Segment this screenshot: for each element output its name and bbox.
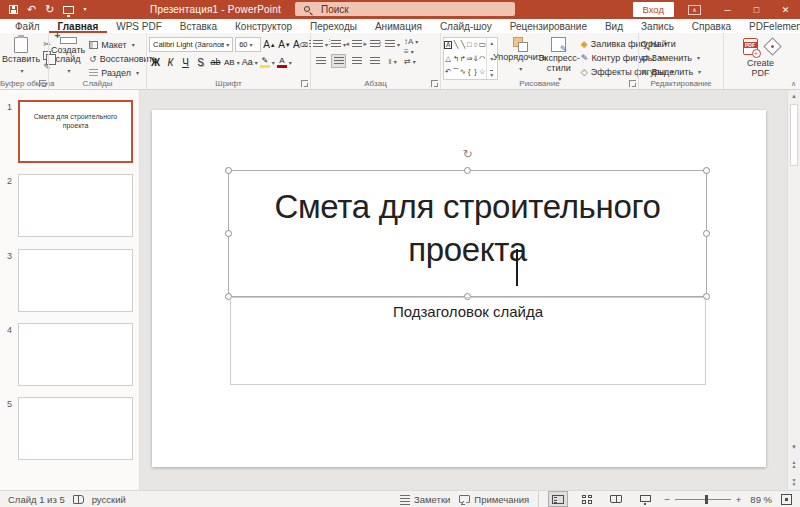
previous-slide-icon[interactable]: ▲▲ bbox=[788, 460, 800, 468]
align-text-button[interactable]: ≡ bbox=[404, 47, 418, 56]
convert-smartart-button[interactable]: ⇄ bbox=[404, 57, 418, 66]
shape-elbow-connector[interactable]: ↰ bbox=[452, 52, 460, 66]
text-shadow-button[interactable]: S bbox=[194, 55, 207, 69]
change-case-button[interactable]: Аа bbox=[242, 55, 258, 69]
vertical-scrollbar[interactable]: ▲ ▼ ▲▲ ▼▼ bbox=[787, 90, 800, 490]
shape-star[interactable]: ☆ bbox=[479, 65, 486, 79]
zoom-slider-thumb[interactable] bbox=[705, 495, 708, 504]
tab-pdfelement[interactable]: PDFelement bbox=[740, 19, 800, 33]
zoom-slider[interactable] bbox=[675, 499, 731, 500]
slide-title-text[interactable]: Смета для строительного проекта bbox=[229, 171, 706, 271]
slide-thumbnail-5[interactable] bbox=[18, 397, 133, 460]
slide-thumbnail-1[interactable]: Смета для строительного проекта bbox=[18, 100, 133, 163]
slideshow-view-button[interactable] bbox=[635, 491, 655, 507]
tab-insert[interactable]: Вставка bbox=[171, 19, 226, 33]
character-spacing-button[interactable]: АВ bbox=[224, 55, 240, 69]
clear-formatting-button[interactable]: А⌫ bbox=[293, 38, 308, 52]
slide-subtitle-text[interactable]: Подзаголовок слайда bbox=[231, 298, 705, 320]
underline-button[interactable]: Ч bbox=[179, 55, 192, 69]
bold-button[interactable]: Ж bbox=[149, 55, 162, 69]
tab-review[interactable]: Рецензирование bbox=[501, 19, 596, 33]
redo-icon[interactable]: ↻ bbox=[45, 4, 54, 15]
search-input[interactable]: Поиск bbox=[295, 2, 515, 16]
zoom-level[interactable]: 89 % bbox=[750, 494, 772, 505]
notes-button[interactable]: Заметки bbox=[400, 494, 450, 505]
shapes-more-icon[interactable]: ▾ bbox=[490, 70, 493, 78]
font-dialog-launcher[interactable] bbox=[301, 80, 308, 87]
normal-view-button[interactable] bbox=[548, 491, 568, 507]
align-right-button[interactable] bbox=[349, 54, 364, 68]
ribbon-display-options-icon[interactable]: ∧ bbox=[688, 5, 701, 15]
tab-transitions[interactable]: Переходы bbox=[301, 19, 366, 33]
resize-handle-w[interactable] bbox=[225, 230, 232, 237]
spellcheck-icon[interactable] bbox=[73, 495, 84, 504]
shape-textbox[interactable]: A bbox=[444, 38, 452, 52]
slide-editing-surface[interactable]: ↻ Смета для строительного проекта Подзаг… bbox=[152, 110, 766, 467]
font-family-combobox[interactable]: Calibri Light (Заголовки) bbox=[149, 37, 233, 52]
next-slide-icon[interactable]: ▼▼ bbox=[788, 478, 800, 486]
shape-rounded-rectangle[interactable]: ▭ bbox=[479, 38, 486, 52]
shapes-scroll-up-icon[interactable]: ▴ bbox=[490, 39, 493, 46]
arrange-button[interactable]: Упорядочить bbox=[503, 37, 537, 74]
resize-handle-nw[interactable] bbox=[225, 167, 232, 174]
line-spacing-button[interactable] bbox=[385, 37, 400, 51]
grow-font-button[interactable]: А▲ bbox=[263, 38, 276, 52]
strikethrough-button[interactable]: ab bbox=[209, 55, 222, 69]
scroll-down-icon[interactable]: ▼ bbox=[788, 444, 800, 450]
highlight-color-button[interactable]: ✎ bbox=[260, 55, 275, 69]
comments-button[interactable]: Примечания bbox=[459, 494, 529, 505]
shape-arc[interactable]: ◠ bbox=[479, 52, 486, 66]
tab-record[interactable]: Запись bbox=[632, 19, 683, 33]
zoom-out-button[interactable]: − bbox=[664, 494, 670, 505]
italic-button[interactable]: К bbox=[164, 55, 177, 69]
fit-slide-to-window-icon[interactable] bbox=[781, 494, 792, 505]
scroll-up-icon[interactable]: ▲ bbox=[788, 93, 800, 99]
rotation-handle-icon[interactable]: ↻ bbox=[462, 148, 472, 160]
language-indicator[interactable]: русский bbox=[92, 494, 126, 505]
pdf-sign-icon[interactable] bbox=[763, 37, 781, 55]
quick-styles-button[interactable]: Экспресс-стили bbox=[542, 37, 576, 85]
font-size-combobox[interactable]: 60 bbox=[235, 37, 261, 52]
scrollbar-thumb[interactable] bbox=[790, 104, 798, 166]
undo-icon[interactable]: ↶ bbox=[27, 4, 36, 15]
resize-handle-e[interactable] bbox=[703, 230, 710, 237]
tab-file[interactable]: Файл bbox=[6, 19, 49, 33]
clipboard-dialog-launcher[interactable] bbox=[39, 80, 46, 87]
close-button[interactable]: ✕ bbox=[771, 0, 800, 19]
replace-button[interactable]: ⇄Заменить bbox=[641, 52, 721, 64]
tab-slideshow[interactable]: Слайд-шоу bbox=[431, 19, 501, 33]
slide-sorter-view-button[interactable] bbox=[577, 491, 597, 507]
drawing-dialog-launcher[interactable] bbox=[629, 80, 636, 87]
save-icon[interactable] bbox=[9, 5, 18, 14]
tab-design[interactable]: Конструктор bbox=[226, 19, 301, 33]
slide-thumbnail-4[interactable] bbox=[18, 323, 133, 386]
paste-button[interactable]: Вставить bbox=[2, 37, 40, 76]
minimize-button[interactable]: ─ bbox=[713, 0, 742, 19]
align-center-button[interactable] bbox=[331, 54, 346, 68]
decrease-indent-button[interactable] bbox=[349, 37, 364, 51]
resize-handle-ne[interactable] bbox=[703, 167, 710, 174]
zoom-in-button[interactable]: + bbox=[736, 494, 742, 505]
new-slide-button[interactable]: Создать слайд bbox=[51, 37, 85, 76]
slide-thumbnail-3[interactable] bbox=[18, 249, 133, 312]
justify-button[interactable] bbox=[367, 54, 382, 68]
shape-curve[interactable]: ⌒ bbox=[452, 65, 460, 79]
paragraph-dialog-launcher[interactable] bbox=[431, 80, 438, 87]
customize-qat-icon[interactable]: ▾ bbox=[83, 4, 86, 15]
tab-view[interactable]: Вид bbox=[596, 19, 632, 33]
reading-view-button[interactable] bbox=[606, 491, 626, 507]
shape-line[interactable]: ╲ bbox=[452, 38, 460, 52]
start-slideshow-icon[interactable] bbox=[63, 6, 74, 14]
shape-triangle[interactable]: △ bbox=[444, 52, 452, 66]
tab-wps-pdf[interactable]: WPS PDF bbox=[107, 19, 171, 33]
slide-thumbnail-2[interactable] bbox=[18, 174, 133, 237]
select-button[interactable]: ⇖Выделить bbox=[641, 66, 721, 78]
tab-animations[interactable]: Анимация bbox=[366, 19, 431, 33]
slide-indicator[interactable]: Слайд 1 из 5 bbox=[8, 494, 65, 505]
title-placeholder[interactable]: ↻ Смета для строительного проекта bbox=[228, 170, 707, 297]
shape-curved-arrow[interactable]: ↶ bbox=[444, 65, 452, 79]
create-pdf-icon[interactable] bbox=[743, 38, 758, 55]
tab-help[interactable]: Справка bbox=[683, 19, 740, 33]
find-button[interactable]: Найти bbox=[641, 38, 721, 50]
restore-button[interactable]: □ bbox=[742, 0, 771, 19]
